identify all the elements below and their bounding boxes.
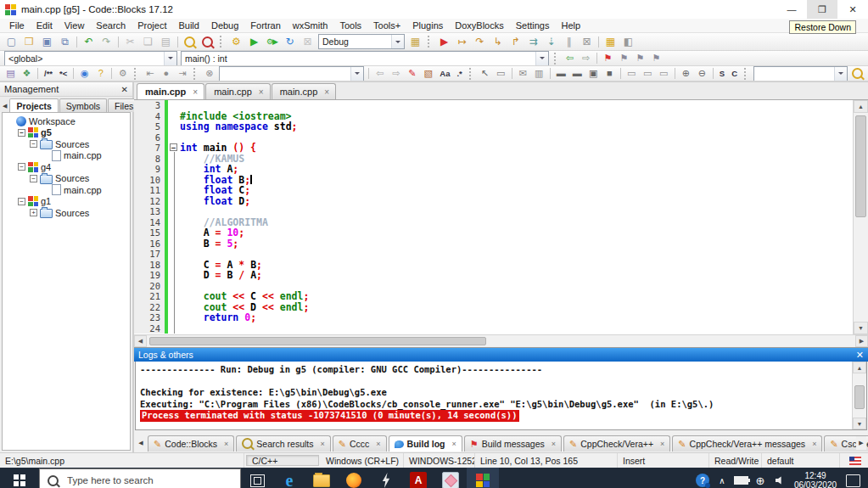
stop-debugger-icon[interactable]: ⊠ xyxy=(578,35,596,48)
editor-tab-1[interactable]: main.cpp× xyxy=(205,83,270,99)
restore-button[interactable]: ❐ xyxy=(807,0,837,19)
run-icon[interactable]: ▶ xyxy=(245,35,263,48)
doxy-comment-icon[interactable]: ◉ xyxy=(76,67,92,81)
regex-button[interactable]: .* xyxy=(453,69,465,78)
build-target-select[interactable]: Debug xyxy=(318,34,405,49)
tree-item-sources[interactable]: +Sources xyxy=(3,207,130,219)
dropdown-arrow-icon[interactable] xyxy=(350,67,363,81)
thesaurus-button[interactable]: C xyxy=(728,69,741,78)
scroll-down-icon[interactable]: ▼ xyxy=(853,418,866,429)
taskbar-edge[interactable] xyxy=(273,468,305,488)
new-file-icon[interactable]: ▢ xyxy=(3,35,20,48)
goto-prev-change-icon[interactable]: ⇦ xyxy=(562,52,578,65)
taskbar-file-explorer[interactable] xyxy=(305,468,338,488)
layout-bottom-icon[interactable]: ▬ xyxy=(569,67,585,81)
menu-wxsmith[interactable]: wxSmith xyxy=(287,20,334,31)
incsearch-first-icon[interactable]: ⇤ xyxy=(142,67,158,81)
tree-item-sources[interactable]: −Sources xyxy=(3,173,130,185)
log-tab-cppcheck-vera[interactable]: ✎CppCheck/Vera++× xyxy=(563,435,670,452)
clear-bookmarks-icon[interactable]: ⚑ xyxy=(648,52,664,65)
taskbar-search[interactable] xyxy=(39,468,241,488)
action-center-icon[interactable] xyxy=(841,468,865,488)
log-tab-build-log[interactable]: Build log× xyxy=(389,435,462,452)
doxy-line-comment-button[interactable]: *< xyxy=(56,69,70,78)
paste-icon[interactable]: ▤ xyxy=(157,35,175,48)
pause-icon[interactable]: ∥ xyxy=(560,35,578,48)
find-icon[interactable] xyxy=(181,35,199,48)
taskbar-acrobat[interactable] xyxy=(402,468,434,488)
close-button[interactable]: ✕ xyxy=(837,0,868,19)
search-input[interactable] xyxy=(65,474,232,486)
scrollbar-thumb[interactable] xyxy=(855,115,866,217)
network-icon[interactable]: ⊕ xyxy=(751,468,770,488)
next-line-icon[interactable]: ↷ xyxy=(471,35,489,48)
abort-icon[interactable]: ⊠ xyxy=(299,35,316,48)
scroll-left-icon[interactable]: ◀ xyxy=(134,335,147,347)
build-and-run-icon[interactable]: ⚙▶ xyxy=(263,35,281,48)
layout-top-icon[interactable]: ▬ xyxy=(553,67,569,81)
tray-chevron-icon[interactable]: ∧ xyxy=(714,468,731,488)
start-button[interactable] xyxy=(0,468,39,488)
goto-next-change-icon[interactable]: ⇨ xyxy=(578,52,594,65)
log-tab-cppcheck-vera-messages[interactable]: ✎CppCheck/Vera++ messages× xyxy=(672,435,822,452)
image-icon[interactable]: ▥ xyxy=(531,67,547,81)
doxy-run-html-icon[interactable]: ❖ xyxy=(19,67,35,81)
debug-continue-icon[interactable]: ▶ xyxy=(435,35,453,48)
symbol-select[interactable]: main() : int xyxy=(181,51,549,66)
editor-horizontal-scrollbar[interactable]: ◀ ▶ xyxy=(134,334,868,347)
scroll-up-icon[interactable]: ▲ xyxy=(853,362,866,373)
dropdown-arrow-icon[interactable] xyxy=(391,35,404,48)
taskbar-lightning-app[interactable] xyxy=(370,468,402,488)
undo-icon[interactable]: ↶ xyxy=(80,35,98,48)
dropdown-arrow-icon[interactable] xyxy=(164,52,176,65)
doxy-help-icon[interactable]: ? xyxy=(92,67,109,81)
menu-search[interactable]: Search xyxy=(90,20,132,31)
help-tray-icon[interactable]: ? xyxy=(692,468,714,488)
frame-c-icon[interactable]: ▭ xyxy=(656,67,672,81)
scroll-up-icon[interactable]: ▲ xyxy=(854,100,868,113)
scrollbar-thumb[interactable] xyxy=(149,337,486,345)
menu-settings[interactable]: Settings xyxy=(510,20,556,31)
collapse-icon[interactable]: − xyxy=(30,175,37,182)
expand-icon[interactable]: + xyxy=(30,209,37,216)
tree-item-sources[interactable]: −Sources xyxy=(3,138,130,150)
menu-build[interactable]: Build xyxy=(172,20,204,31)
frame-b-icon[interactable]: ▭ xyxy=(640,67,656,81)
scroll-right-icon[interactable]: ▶ xyxy=(855,335,868,347)
minimize-button[interactable]: — xyxy=(776,0,807,19)
menu-tools[interactable]: Tools+ xyxy=(367,20,406,31)
redo-icon[interactable]: ↷ xyxy=(98,35,115,48)
scrollbar-thumb[interactable] xyxy=(854,385,865,409)
tree-item-g1[interactable]: −g1 xyxy=(3,196,130,208)
envelope-icon[interactable]: ✉ xyxy=(515,67,531,81)
widget-frame-icon[interactable]: ▭ xyxy=(493,67,509,81)
menu-project[interactable]: Project xyxy=(132,20,172,31)
collapse-icon[interactable]: − xyxy=(18,198,25,205)
next-instruction-icon[interactable]: ⇉ xyxy=(524,35,542,48)
doxy-extract-icon[interactable]: ▤ xyxy=(3,67,19,81)
close-tab-icon[interactable]: × xyxy=(324,87,329,97)
scope-select[interactable]: <global> xyxy=(4,51,177,66)
step-out-icon[interactable]: ↱ xyxy=(507,35,524,48)
incsearch-input[interactable] xyxy=(219,66,364,81)
tab-projects[interactable]: Projects xyxy=(9,98,58,112)
menu-doxyblocks[interactable]: DoxyBlocks xyxy=(449,20,509,31)
close-tab-icon[interactable]: × xyxy=(376,440,380,448)
spellcheck-button[interactable]: S xyxy=(716,69,728,78)
tree-item-workspace[interactable]: Workspace xyxy=(3,115,130,127)
compiler-targets-icon[interactable]: ▦ xyxy=(406,35,424,48)
pointer-icon[interactable]: ↖ xyxy=(477,67,493,81)
project-tree[interactable]: Workspace−g5−Sourcesmain.cpp−g4−Sourcesm… xyxy=(2,112,131,451)
doxy-settings-icon[interactable]: ⚙ xyxy=(115,67,131,81)
next-bookmark-icon[interactable]: ⚑ xyxy=(632,52,648,65)
editor-tab-0[interactable]: main.cpp× xyxy=(137,83,204,99)
close-panel-icon[interactable]: ✕ xyxy=(121,85,128,94)
menu-help[interactable]: Help xyxy=(555,20,586,31)
prev-bookmark-icon[interactable]: ⚑ xyxy=(616,52,632,65)
menu-plugins[interactable]: Plugins xyxy=(406,20,449,31)
editor-vertical-scrollbar[interactable]: ▲ ▼ xyxy=(853,100,868,334)
log-tab-build-messages[interactable]: ⚑Build messages× xyxy=(464,435,562,452)
build-icon[interactable]: ⚙ xyxy=(227,35,245,48)
tabs-scroll-right-icon[interactable]: ▶ xyxy=(856,436,866,450)
rebuild-icon[interactable]: ↻ xyxy=(281,35,299,48)
